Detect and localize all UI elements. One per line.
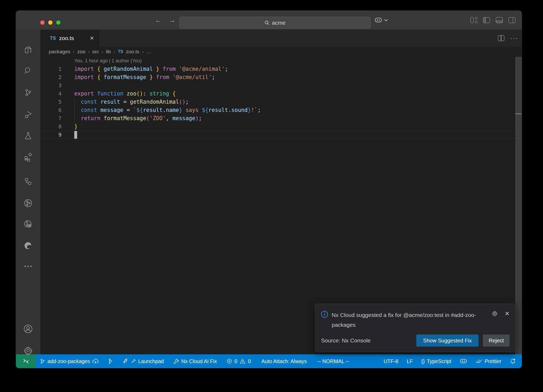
notifications-bell-item[interactable] [506,354,519,368]
source-control-icon[interactable] [16,84,40,101]
code-line[interactable]: 8} [40,123,522,131]
testing-icon[interactable] [16,127,40,144]
search-icon[interactable] [16,62,40,79]
status-bar: add-zoo-packages Launchpad Nx Cloud AI F… [16,354,522,368]
search-icon [264,20,270,25]
line-number: 8 [40,123,62,131]
code-line[interactable]: 3 [40,81,522,90]
wrench-icon [173,358,179,364]
close-window-button[interactable] [40,20,45,25]
more-actions-icon[interactable] [16,258,40,275]
command-center-search[interactable]: acme [179,17,371,29]
language-mode-item[interactable]: {} TypeScript [418,354,455,368]
copilot-icon[interactable] [374,17,382,23]
double-check-icon [476,359,483,364]
encoding-item[interactable]: UTF-8 [380,354,402,368]
customize-layout-button[interactable] [470,17,477,23]
nx-cloud-fix-item[interactable]: Nx Cloud AI Fix [170,354,220,368]
launchpad-item[interactable]: Launchpad [119,354,167,368]
encoding-label: UTF-8 [384,358,398,364]
tab-bar: TS zoo.ts ✕ ··· [40,30,522,47]
error-count: 0 [234,358,237,364]
breadcrumb-item[interactable]: packages [49,49,70,55]
breadcrumb-item[interactable]: zoo [77,49,85,55]
warnings-icon [239,358,246,364]
auto-attach-label: Auto Attach: Always [261,358,307,364]
code-line[interactable]: 2import { formatMessage } from '@acme/ut… [40,73,522,81]
run-debug-icon[interactable] [16,106,40,123]
branch-name: add-zoo-packages [47,358,90,364]
nx-cloud-icon[interactable] [16,216,40,233]
language-label: TypeScript [427,358,451,364]
plug-icon [131,359,136,364]
minimize-window-button[interactable] [48,20,52,25]
breadcrumb-separator: › [142,49,143,55]
code-line[interactable]: 7 return formatMessage('ZOO', message); [40,114,522,123]
editor-more-actions-icon[interactable]: ··· [510,34,518,42]
chevron-down-icon[interactable] [384,19,388,21]
text-cursor [74,131,77,139]
problems-item[interactable]: 0 0 [223,354,254,368]
auto-attach-item[interactable]: Auto Attach: Always [258,354,310,368]
title-bar: ← → acme [16,11,522,30]
typescript-file-icon: TS [50,36,56,41]
go-forward-button[interactable]: → [169,16,176,24]
go-back-button[interactable]: ← [155,16,162,24]
reject-button[interactable]: Reject [483,334,510,347]
commit-graph-item[interactable] [104,354,117,368]
prettier-label: Prettier [485,358,501,364]
toggle-secondary-sidebar-button[interactable] [509,17,515,23]
show-suggested-fix-button[interactable]: Show Suggested Fix [416,334,479,347]
maximize-window-button[interactable] [56,20,60,25]
line-number: 6 [40,106,62,114]
commit-graph-icon [107,358,113,365]
gitlens-blame-annotation: You, 1 hour ago | 1 author (You) [40,57,522,65]
copilot-status-item[interactable] [456,354,471,368]
breadcrumb: packages › zoo › src › lib › TS zoo.ts ›… [40,47,522,57]
line-number: 5 [40,98,62,106]
settings-gear-icon[interactable] [16,342,40,359]
warning-count: 0 [248,358,251,364]
tab-zoo-ts[interactable]: TS zoo.ts ✕ [40,30,99,47]
code-line[interactable]: 6 const message = `${result.name} says $… [40,106,522,114]
tab-close-icon[interactable]: ✕ [90,35,94,41]
code-line[interactable]: 1import { getRandomAnimal } from '@acme/… [40,65,522,73]
breadcrumb-item[interactable]: src [92,49,99,55]
errors-icon [226,358,232,364]
explorer-icon[interactable] [16,42,40,59]
info-icon: i [321,311,328,318]
code-line[interactable]: 9 [40,131,522,139]
line-number: 7 [40,114,62,123]
editor-scrollbar[interactable] [515,57,522,354]
cloud-upload-icon [92,358,99,364]
split-editor-icon[interactable] [498,35,504,41]
typescript-file-icon: TS [118,49,123,54]
extensions-icon[interactable] [16,149,40,165]
breadcrumb-item[interactable]: lib [106,49,111,55]
toggle-panel-button[interactable] [496,17,503,23]
code-lines: 1import { getRandomAnimal } from '@acme/… [40,65,522,139]
breadcrumb-more[interactable]: … [146,49,151,55]
workspace-icon[interactable] [16,173,40,190]
git-branch-icon [40,358,45,364]
notification-message: Nx Cloud suggested a fix for @acme/zoo:t… [332,310,480,330]
git-branch-item[interactable]: add-zoo-packages [36,354,102,368]
code-line[interactable]: 4export function zoo(): string { [40,90,522,98]
vscode-window: ← → acme [16,11,522,368]
eol-item[interactable]: LF [403,354,416,368]
nx-console-icon[interactable] [16,195,40,212]
vim-mode-item[interactable]: -- NORMAL -- [314,354,353,368]
edge-browser-icon[interactable] [16,237,40,254]
account-icon[interactable] [16,320,40,337]
tab-label: zoo.ts [59,35,74,41]
braces-icon: {} [421,358,425,364]
notification-close-icon[interactable]: ✕ [505,310,510,317]
toggle-primary-sidebar-button[interactable] [483,17,490,23]
prettier-item[interactable]: Prettier [472,354,505,368]
code-line[interactable]: 5 const result = getRandomAnimal(); [40,98,522,106]
breadcrumb-file[interactable]: zoo.ts [126,49,139,55]
notification-source: Source: Nx Console [321,337,371,344]
notification-settings-gear-icon[interactable] [492,310,498,317]
line-number: 9 [40,131,62,139]
eol-label: LF [407,358,413,364]
